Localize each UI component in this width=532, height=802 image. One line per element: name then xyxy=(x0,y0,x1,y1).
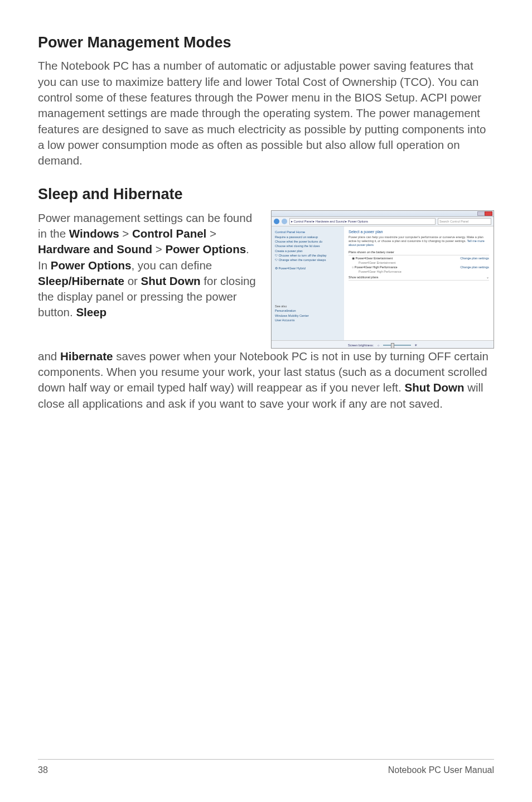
panel-description: Power plans can help you maximize your c… xyxy=(349,235,489,247)
sidebar-link[interactable]: Require a password on wakeup xyxy=(275,235,341,239)
maximize-icon[interactable] xyxy=(477,211,485,216)
forward-button-icon[interactable] xyxy=(282,219,287,224)
show-additional-plans[interactable]: Show additional plans ⌄ xyxy=(349,276,489,281)
bold-sleep: Sleep xyxy=(76,306,107,318)
chevron-down-icon: ⌄ xyxy=(486,276,489,279)
bold-windows: Windows xyxy=(69,227,119,240)
brightness-bar: Screen brightness: ☼ ☀ xyxy=(272,340,494,349)
bold-hardware-sound: Hardware and Sound xyxy=(38,243,152,255)
sidebar-link[interactable]: Change when the computer sleeps xyxy=(275,258,341,263)
sidebar-link[interactable]: Choose when to turn off the display xyxy=(275,253,341,258)
sidebar-seealso-link[interactable]: Windows Mobility Center xyxy=(275,313,341,318)
plans-header: Plans shown on the battery meter xyxy=(349,250,489,255)
sidebar-link[interactable]: Choose what the power buttons do xyxy=(275,239,341,244)
sidebar-seealso-link[interactable]: User Accounts xyxy=(275,318,341,322)
text: > xyxy=(152,243,165,255)
paragraph-sleep-hibernate-details: and Hibernate saves power when your Note… xyxy=(38,349,494,412)
brightness-slider[interactable] xyxy=(383,345,411,346)
bold-hibernate: Hibernate xyxy=(60,350,113,363)
sidebar-link[interactable]: Choose what closing the lid does xyxy=(275,244,341,248)
back-button-icon[interactable] xyxy=(274,219,279,224)
main-panel: Select a power plan Power plans can help… xyxy=(344,226,494,340)
plan-row: ◉ Power4Gear Entertainment Change plan s… xyxy=(349,257,489,260)
text: and xyxy=(38,350,60,363)
radio-plan-1[interactable]: ◉ Power4Gear Entertainment xyxy=(352,257,393,260)
sidebar-link[interactable]: Create a power plan xyxy=(275,249,341,253)
sidebar-seealso-link[interactable]: Personalization xyxy=(275,308,341,313)
bold-control-panel: Control Panel xyxy=(132,227,206,240)
desc-text: Power plans can help you maximize your c… xyxy=(349,235,483,243)
breadcrumb[interactable]: ▸ Control Panel ▸ Hardware and Sound ▸ P… xyxy=(289,218,436,225)
plan-sub: Power4Gear High Performance xyxy=(349,270,489,273)
heading-power-management-modes: Power Management Modes xyxy=(38,33,494,51)
sidebar-home[interactable]: Control Panel Home xyxy=(275,230,341,235)
search-input[interactable]: Search Control Panel xyxy=(438,218,491,225)
address-bar: ▸ Control Panel ▸ Hardware and Sound ▸ P… xyxy=(272,217,494,226)
text: > xyxy=(119,227,132,240)
close-icon[interactable] xyxy=(485,211,492,216)
plan-label: Power4Gear Entertainment xyxy=(356,257,393,260)
screenshot-power-options: ▸ Control Panel ▸ Hardware and Sound ▸ P… xyxy=(271,210,494,349)
bold-sleep-hibernate: Sleep/Hibernate xyxy=(38,274,124,287)
bold-shut-down-2: Shut Down xyxy=(404,381,464,394)
sidebar-seealso-header: See also xyxy=(275,304,341,308)
show-additional-label: Show additional plans xyxy=(349,276,379,279)
bold-shut-down: Shut Down xyxy=(141,274,201,287)
text: or xyxy=(124,274,141,287)
page-number: 38 xyxy=(38,765,48,775)
plan-row: ○ Power4Gear High Performance Change pla… xyxy=(349,265,489,269)
sidebar-power4gear-label: Power4Gear Hybrid xyxy=(279,267,306,270)
bold-power-options: Power Options xyxy=(165,243,246,255)
paragraph-intro: The Notebook PC has a number of automati… xyxy=(38,58,494,168)
heading-sleep-hibernate: Sleep and Hibernate xyxy=(38,185,494,203)
sun-bright-icon: ☀ xyxy=(414,344,417,347)
bold-power-options-2: Power Options xyxy=(51,259,132,272)
paragraph-settings-location: Power management settings can be found i… xyxy=(38,210,261,321)
change-plan-settings-link[interactable]: Change plan settings xyxy=(460,265,489,269)
sidebar-power4gear[interactable]: ⚙ Power4Gear Hybrid xyxy=(275,266,341,270)
radio-plan-2[interactable]: ○ Power4Gear High Performance xyxy=(352,265,398,269)
sun-dim-icon: ☼ xyxy=(377,344,380,347)
window-titlebar xyxy=(272,211,494,217)
plan-sub: Power4Gear Entertainment xyxy=(349,261,489,264)
footer-title: Notebook PC User Manual xyxy=(388,765,494,775)
page-footer: 38 Notebook PC User Manual xyxy=(38,759,494,775)
text: > xyxy=(206,227,216,240)
plan-label: Power4Gear High Performance xyxy=(355,265,398,269)
brightness-label: Screen brightness: xyxy=(348,344,374,347)
sidebar: Control Panel Home Require a password on… xyxy=(272,226,344,340)
change-plan-settings-link[interactable]: Change plan settings xyxy=(460,257,489,260)
panel-title: Select a power plan xyxy=(349,230,489,234)
text: , you can define xyxy=(131,259,212,272)
